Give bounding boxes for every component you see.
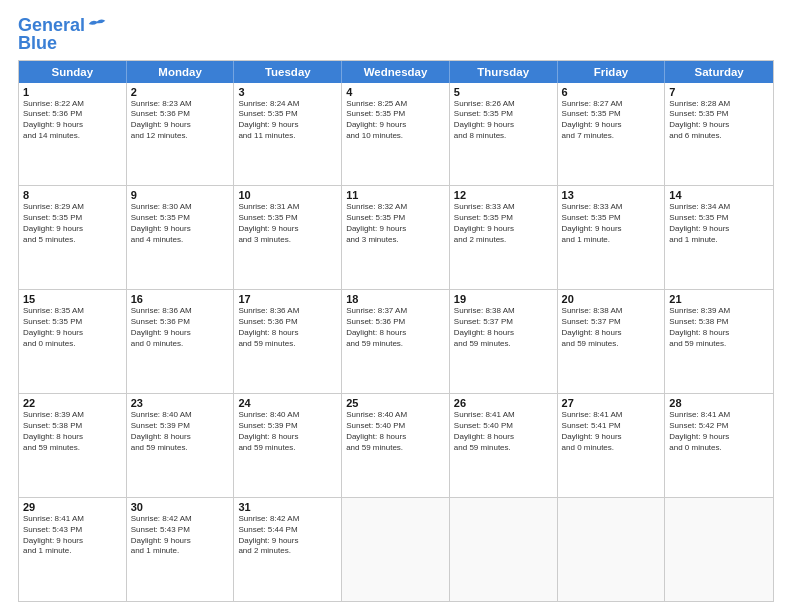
day-info: Sunrise: 8:36 AM Sunset: 5:36 PM Dayligh… [238, 306, 337, 349]
day-number: 30 [131, 501, 230, 513]
day-info: Sunrise: 8:30 AM Sunset: 5:35 PM Dayligh… [131, 202, 230, 245]
day-info: Sunrise: 8:42 AM Sunset: 5:43 PM Dayligh… [131, 514, 230, 557]
header-wednesday: Wednesday [342, 61, 450, 83]
cal-cell-7: 7Sunrise: 8:28 AM Sunset: 5:35 PM Daylig… [665, 83, 773, 186]
day-number: 16 [131, 293, 230, 305]
day-info: Sunrise: 8:26 AM Sunset: 5:35 PM Dayligh… [454, 99, 553, 142]
cal-cell-16: 16Sunrise: 8:36 AM Sunset: 5:36 PM Dayli… [127, 290, 235, 393]
calendar-header-row: Sunday Monday Tuesday Wednesday Thursday… [19, 61, 773, 83]
day-info: Sunrise: 8:24 AM Sunset: 5:35 PM Dayligh… [238, 99, 337, 142]
day-number: 1 [23, 86, 122, 98]
day-number: 12 [454, 189, 553, 201]
cal-cell-28: 28Sunrise: 8:41 AM Sunset: 5:42 PM Dayli… [665, 394, 773, 497]
cal-cell-22: 22Sunrise: 8:39 AM Sunset: 5:38 PM Dayli… [19, 394, 127, 497]
cal-cell-empty [558, 498, 666, 601]
week-row-3: 15Sunrise: 8:35 AM Sunset: 5:35 PM Dayli… [19, 290, 773, 394]
day-number: 13 [562, 189, 661, 201]
day-info: Sunrise: 8:27 AM Sunset: 5:35 PM Dayligh… [562, 99, 661, 142]
header-friday: Friday [558, 61, 666, 83]
day-number: 31 [238, 501, 337, 513]
day-number: 9 [131, 189, 230, 201]
cal-cell-18: 18Sunrise: 8:37 AM Sunset: 5:36 PM Dayli… [342, 290, 450, 393]
day-number: 20 [562, 293, 661, 305]
day-number: 8 [23, 189, 122, 201]
day-number: 21 [669, 293, 769, 305]
cal-cell-empty [342, 498, 450, 601]
day-number: 27 [562, 397, 661, 409]
day-number: 18 [346, 293, 445, 305]
cal-cell-11: 11Sunrise: 8:32 AM Sunset: 5:35 PM Dayli… [342, 186, 450, 289]
day-info: Sunrise: 8:41 AM Sunset: 5:42 PM Dayligh… [669, 410, 769, 453]
cal-cell-4: 4Sunrise: 8:25 AM Sunset: 5:35 PM Daylig… [342, 83, 450, 186]
day-number: 17 [238, 293, 337, 305]
day-info: Sunrise: 8:35 AM Sunset: 5:35 PM Dayligh… [23, 306, 122, 349]
day-info: Sunrise: 8:29 AM Sunset: 5:35 PM Dayligh… [23, 202, 122, 245]
day-number: 26 [454, 397, 553, 409]
calendar-body: 1Sunrise: 8:22 AM Sunset: 5:36 PM Daylig… [19, 83, 773, 601]
cal-cell-26: 26Sunrise: 8:41 AM Sunset: 5:40 PM Dayli… [450, 394, 558, 497]
cal-cell-5: 5Sunrise: 8:26 AM Sunset: 5:35 PM Daylig… [450, 83, 558, 186]
day-info: Sunrise: 8:40 AM Sunset: 5:39 PM Dayligh… [238, 410, 337, 453]
cal-cell-1: 1Sunrise: 8:22 AM Sunset: 5:36 PM Daylig… [19, 83, 127, 186]
week-row-4: 22Sunrise: 8:39 AM Sunset: 5:38 PM Dayli… [19, 394, 773, 498]
day-number: 14 [669, 189, 769, 201]
day-number: 2 [131, 86, 230, 98]
cal-cell-31: 31Sunrise: 8:42 AM Sunset: 5:44 PM Dayli… [234, 498, 342, 601]
cal-cell-20: 20Sunrise: 8:38 AM Sunset: 5:37 PM Dayli… [558, 290, 666, 393]
day-number: 10 [238, 189, 337, 201]
day-info: Sunrise: 8:38 AM Sunset: 5:37 PM Dayligh… [562, 306, 661, 349]
logo-text2: Blue [18, 34, 57, 54]
cal-cell-13: 13Sunrise: 8:33 AM Sunset: 5:35 PM Dayli… [558, 186, 666, 289]
day-number: 5 [454, 86, 553, 98]
calendar: Sunday Monday Tuesday Wednesday Thursday… [18, 60, 774, 602]
cal-cell-27: 27Sunrise: 8:41 AM Sunset: 5:41 PM Dayli… [558, 394, 666, 497]
cal-cell-empty [665, 498, 773, 601]
cal-cell-25: 25Sunrise: 8:40 AM Sunset: 5:40 PM Dayli… [342, 394, 450, 497]
cal-cell-14: 14Sunrise: 8:34 AM Sunset: 5:35 PM Dayli… [665, 186, 773, 289]
day-number: 7 [669, 86, 769, 98]
logo: General Blue [18, 16, 107, 54]
day-number: 23 [131, 397, 230, 409]
day-number: 29 [23, 501, 122, 513]
day-number: 25 [346, 397, 445, 409]
day-info: Sunrise: 8:23 AM Sunset: 5:36 PM Dayligh… [131, 99, 230, 142]
day-info: Sunrise: 8:37 AM Sunset: 5:36 PM Dayligh… [346, 306, 445, 349]
cal-cell-empty [450, 498, 558, 601]
header-saturday: Saturday [665, 61, 773, 83]
day-info: Sunrise: 8:42 AM Sunset: 5:44 PM Dayligh… [238, 514, 337, 557]
cal-cell-29: 29Sunrise: 8:41 AM Sunset: 5:43 PM Dayli… [19, 498, 127, 601]
day-info: Sunrise: 8:25 AM Sunset: 5:35 PM Dayligh… [346, 99, 445, 142]
day-number: 6 [562, 86, 661, 98]
cal-cell-6: 6Sunrise: 8:27 AM Sunset: 5:35 PM Daylig… [558, 83, 666, 186]
day-number: 4 [346, 86, 445, 98]
cal-cell-10: 10Sunrise: 8:31 AM Sunset: 5:35 PM Dayli… [234, 186, 342, 289]
day-info: Sunrise: 8:33 AM Sunset: 5:35 PM Dayligh… [454, 202, 553, 245]
page: General Blue Sunday Monday Tuesday Wedne… [0, 0, 792, 612]
week-row-2: 8Sunrise: 8:29 AM Sunset: 5:35 PM Daylig… [19, 186, 773, 290]
cal-cell-15: 15Sunrise: 8:35 AM Sunset: 5:35 PM Dayli… [19, 290, 127, 393]
header-thursday: Thursday [450, 61, 558, 83]
day-number: 22 [23, 397, 122, 409]
day-info: Sunrise: 8:22 AM Sunset: 5:36 PM Dayligh… [23, 99, 122, 142]
day-info: Sunrise: 8:41 AM Sunset: 5:41 PM Dayligh… [562, 410, 661, 453]
header: General Blue [18, 16, 774, 54]
day-number: 15 [23, 293, 122, 305]
day-info: Sunrise: 8:33 AM Sunset: 5:35 PM Dayligh… [562, 202, 661, 245]
week-row-5: 29Sunrise: 8:41 AM Sunset: 5:43 PM Dayli… [19, 498, 773, 601]
cal-cell-23: 23Sunrise: 8:40 AM Sunset: 5:39 PM Dayli… [127, 394, 235, 497]
day-info: Sunrise: 8:41 AM Sunset: 5:40 PM Dayligh… [454, 410, 553, 453]
day-number: 19 [454, 293, 553, 305]
header-sunday: Sunday [19, 61, 127, 83]
cal-cell-21: 21Sunrise: 8:39 AM Sunset: 5:38 PM Dayli… [665, 290, 773, 393]
cal-cell-3: 3Sunrise: 8:24 AM Sunset: 5:35 PM Daylig… [234, 83, 342, 186]
day-number: 11 [346, 189, 445, 201]
logo-bird-icon [87, 17, 107, 31]
cal-cell-9: 9Sunrise: 8:30 AM Sunset: 5:35 PM Daylig… [127, 186, 235, 289]
day-info: Sunrise: 8:34 AM Sunset: 5:35 PM Dayligh… [669, 202, 769, 245]
cal-cell-30: 30Sunrise: 8:42 AM Sunset: 5:43 PM Dayli… [127, 498, 235, 601]
day-info: Sunrise: 8:39 AM Sunset: 5:38 PM Dayligh… [669, 306, 769, 349]
day-info: Sunrise: 8:28 AM Sunset: 5:35 PM Dayligh… [669, 99, 769, 142]
cal-cell-12: 12Sunrise: 8:33 AM Sunset: 5:35 PM Dayli… [450, 186, 558, 289]
day-info: Sunrise: 8:40 AM Sunset: 5:40 PM Dayligh… [346, 410, 445, 453]
cal-cell-17: 17Sunrise: 8:36 AM Sunset: 5:36 PM Dayli… [234, 290, 342, 393]
